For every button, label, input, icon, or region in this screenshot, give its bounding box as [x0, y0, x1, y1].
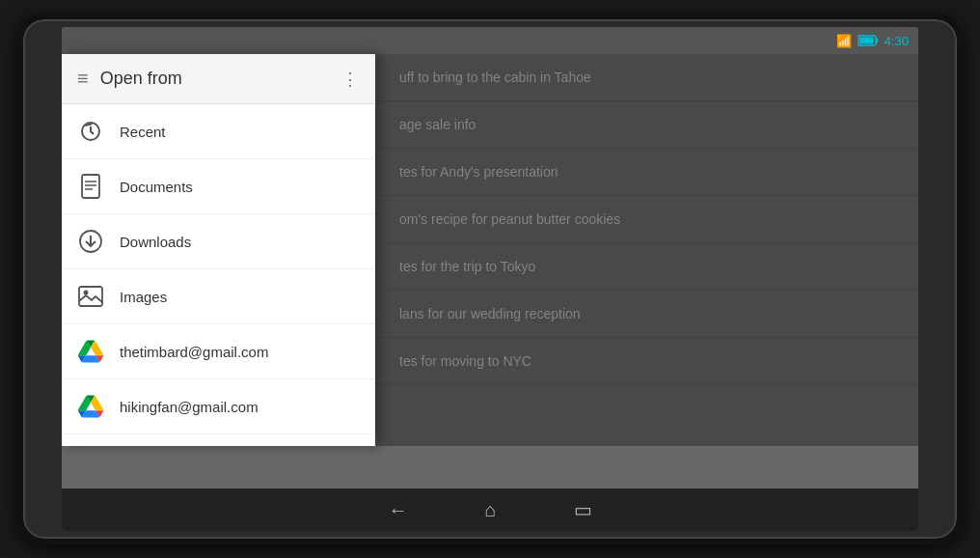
downloads-label: Downloads	[120, 234, 191, 250]
dialog-title: Open from	[100, 69, 182, 89]
dialog-list: Recent Documents	[62, 104, 375, 446]
images-label: Images	[120, 289, 167, 305]
documents-label: Documents	[120, 179, 193, 195]
recent-item[interactable]: Recent	[62, 104, 375, 159]
images-item[interactable]: Images	[62, 269, 375, 324]
status-time: 4:30	[885, 34, 909, 48]
images-icon	[77, 283, 104, 310]
back-button[interactable]: ←	[388, 499, 407, 521]
battery-icon	[858, 35, 879, 46]
wifi-icon: 📶	[836, 34, 852, 48]
drive-account-1-item[interactable]: thetimbard@gmail.com	[62, 324, 375, 379]
main-content: uff to bring to the cabin in Tahoe age s…	[62, 54, 918, 488]
drive-account-2-item[interactable]: hikingfan@gmail.com	[62, 379, 375, 434]
scrim-overlay	[375, 54, 918, 446]
nav-bar: ← ⌂ ▭	[62, 488, 918, 531]
drive-account-2-label: hikingfan@gmail.com	[120, 399, 259, 415]
svg-rect-2	[858, 38, 873, 44]
more-apps-header: MORE APPS	[62, 434, 375, 446]
tablet-screen: 📶 4:30 uff to bring to the cabin in Taho…	[62, 27, 918, 531]
drive-icon-1	[77, 338, 104, 365]
downloads-icon	[77, 228, 104, 255]
menu-icon: ≡	[77, 68, 89, 90]
home-button[interactable]: ⌂	[484, 499, 496, 521]
documents-icon	[77, 173, 104, 200]
drive-icon-2	[77, 393, 104, 420]
recents-button[interactable]: ▭	[574, 498, 592, 521]
header-left: ≡ Open from	[77, 68, 182, 90]
drive-account-1-label: thetimbard@gmail.com	[120, 344, 268, 360]
recent-icon	[77, 118, 104, 145]
tablet: 📶 4:30 uff to bring to the cabin in Taho…	[17, 14, 963, 544]
more-options-icon[interactable]: ⋮	[341, 69, 360, 90]
svg-rect-1	[876, 39, 878, 42]
status-bar: 📶 4:30	[62, 27, 918, 54]
svg-rect-10	[79, 287, 102, 306]
recent-label: Recent	[120, 124, 166, 140]
svg-rect-4	[82, 175, 99, 198]
dialog-header: ≡ Open from ⋮	[62, 54, 375, 104]
documents-item[interactable]: Documents	[62, 159, 375, 214]
open-from-dialog: ≡ Open from ⋮	[62, 54, 375, 446]
svg-point-11	[84, 291, 89, 295]
downloads-item[interactable]: Downloads	[62, 214, 375, 269]
